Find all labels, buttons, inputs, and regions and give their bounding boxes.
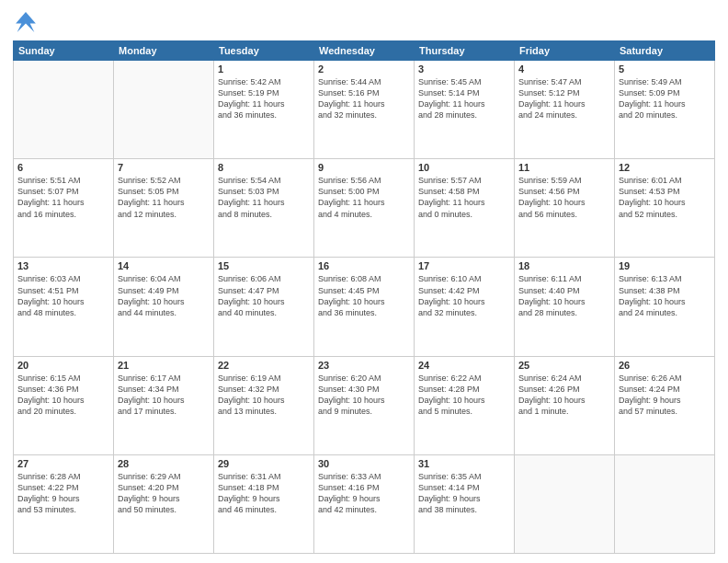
day-number: 16	[318, 260, 410, 271]
calendar-cell: 23Sunrise: 6:20 AM Sunset: 4:30 PM Dayli…	[314, 356, 415, 454]
calendar-weekday-sunday: Sunday	[14, 41, 114, 61]
calendar-cell: 7Sunrise: 5:52 AM Sunset: 5:05 PM Daylig…	[114, 159, 214, 258]
calendar-cell	[14, 61, 114, 159]
calendar-weekday-friday: Friday	[515, 41, 615, 61]
day-number: 31	[418, 458, 510, 469]
calendar-cell: 12Sunrise: 6:01 AM Sunset: 4:53 PM Dayli…	[615, 159, 715, 258]
calendar-week-1: 1Sunrise: 5:42 AM Sunset: 5:19 PM Daylig…	[14, 61, 715, 159]
day-info: Sunrise: 5:57 AM Sunset: 4:58 PM Dayligh…	[418, 175, 510, 220]
day-number: 26	[619, 360, 711, 371]
day-number: 15	[218, 260, 310, 271]
day-info: Sunrise: 6:13 AM Sunset: 4:38 PM Dayligh…	[619, 273, 711, 318]
day-info: Sunrise: 6:28 AM Sunset: 4:22 PM Dayligh…	[17, 471, 109, 516]
calendar-cell: 29Sunrise: 6:31 AM Sunset: 4:18 PM Dayli…	[214, 454, 314, 553]
day-number: 18	[518, 260, 610, 271]
day-info: Sunrise: 5:51 AM Sunset: 5:07 PM Dayligh…	[17, 175, 109, 220]
day-info: Sunrise: 5:44 AM Sunset: 5:16 PM Dayligh…	[318, 76, 410, 121]
calendar-cell: 21Sunrise: 6:17 AM Sunset: 4:34 PM Dayli…	[114, 356, 214, 454]
calendar-cell: 19Sunrise: 6:13 AM Sunset: 4:38 PM Dayli…	[615, 258, 715, 356]
day-info: Sunrise: 5:42 AM Sunset: 5:19 PM Dayligh…	[218, 76, 310, 121]
day-info: Sunrise: 6:11 AM Sunset: 4:40 PM Dayligh…	[518, 273, 610, 318]
day-info: Sunrise: 5:45 AM Sunset: 5:14 PM Dayligh…	[418, 76, 510, 121]
calendar-cell: 14Sunrise: 6:04 AM Sunset: 4:49 PM Dayli…	[114, 258, 214, 356]
calendar-cell: 27Sunrise: 6:28 AM Sunset: 4:22 PM Dayli…	[14, 454, 114, 553]
calendar-cell: 20Sunrise: 6:15 AM Sunset: 4:36 PM Dayli…	[14, 356, 114, 454]
day-number: 22	[218, 360, 310, 371]
svg-marker-0	[16, 12, 36, 32]
day-info: Sunrise: 6:26 AM Sunset: 4:24 PM Dayligh…	[619, 373, 711, 418]
day-number: 1	[218, 63, 310, 75]
day-info: Sunrise: 5:49 AM Sunset: 5:09 PM Dayligh…	[619, 76, 711, 121]
day-info: Sunrise: 6:17 AM Sunset: 4:34 PM Dayligh…	[118, 373, 210, 418]
day-info: Sunrise: 6:19 AM Sunset: 4:32 PM Dayligh…	[218, 373, 310, 418]
calendar-weekday-tuesday: Tuesday	[214, 41, 314, 61]
day-number: 30	[318, 458, 410, 469]
calendar-cell: 6Sunrise: 5:51 AM Sunset: 5:07 PM Daylig…	[14, 159, 114, 258]
day-info: Sunrise: 5:52 AM Sunset: 5:05 PM Dayligh…	[118, 175, 210, 220]
day-info: Sunrise: 6:15 AM Sunset: 4:36 PM Dayligh…	[17, 373, 109, 418]
day-number: 29	[218, 458, 310, 469]
calendar-weekday-saturday: Saturday	[615, 41, 715, 61]
day-info: Sunrise: 5:56 AM Sunset: 5:00 PM Dayligh…	[318, 175, 410, 220]
day-number: 7	[118, 162, 210, 173]
calendar-cell: 31Sunrise: 6:35 AM Sunset: 4:14 PM Dayli…	[415, 454, 515, 553]
day-info: Sunrise: 6:22 AM Sunset: 4:28 PM Dayligh…	[418, 373, 510, 418]
day-number: 17	[418, 260, 510, 271]
day-info: Sunrise: 5:47 AM Sunset: 5:12 PM Dayligh…	[518, 76, 610, 121]
calendar-cell: 3Sunrise: 5:45 AM Sunset: 5:14 PM Daylig…	[415, 61, 515, 159]
calendar-cell: 13Sunrise: 6:03 AM Sunset: 4:51 PM Dayli…	[14, 258, 114, 356]
day-number: 19	[619, 260, 711, 271]
calendar-cell: 10Sunrise: 5:57 AM Sunset: 4:58 PM Dayli…	[415, 159, 515, 258]
header	[13, 9, 715, 35]
day-info: Sunrise: 5:59 AM Sunset: 4:56 PM Dayligh…	[518, 175, 610, 220]
calendar-cell	[114, 61, 214, 159]
calendar-cell	[615, 454, 715, 553]
calendar-cell: 11Sunrise: 5:59 AM Sunset: 4:56 PM Dayli…	[515, 159, 615, 258]
day-number: 21	[118, 360, 210, 371]
calendar-table: SundayMondayTuesdayWednesdayThursdayFrid…	[13, 40, 715, 554]
calendar-cell: 22Sunrise: 6:19 AM Sunset: 4:32 PM Dayli…	[214, 356, 314, 454]
day-info: Sunrise: 6:29 AM Sunset: 4:20 PM Dayligh…	[118, 471, 210, 516]
calendar-cell: 15Sunrise: 6:06 AM Sunset: 4:47 PM Dayli…	[214, 258, 314, 356]
day-number: 23	[318, 360, 410, 371]
day-number: 9	[318, 162, 410, 173]
calendar-cell: 1Sunrise: 5:42 AM Sunset: 5:19 PM Daylig…	[214, 61, 314, 159]
day-number: 24	[418, 360, 510, 371]
day-info: Sunrise: 6:20 AM Sunset: 4:30 PM Dayligh…	[318, 373, 410, 418]
calendar-cell: 2Sunrise: 5:44 AM Sunset: 5:16 PM Daylig…	[314, 61, 415, 159]
day-info: Sunrise: 6:24 AM Sunset: 4:26 PM Dayligh…	[518, 373, 610, 418]
day-number: 28	[118, 458, 210, 469]
day-number: 13	[17, 260, 109, 271]
day-info: Sunrise: 6:33 AM Sunset: 4:16 PM Dayligh…	[318, 471, 410, 516]
calendar-week-2: 6Sunrise: 5:51 AM Sunset: 5:07 PM Daylig…	[14, 159, 715, 258]
calendar-week-5: 27Sunrise: 6:28 AM Sunset: 4:22 PM Dayli…	[14, 454, 715, 553]
calendar-cell: 18Sunrise: 6:11 AM Sunset: 4:40 PM Dayli…	[515, 258, 615, 356]
day-info: Sunrise: 6:35 AM Sunset: 4:14 PM Dayligh…	[418, 471, 510, 516]
day-number: 14	[118, 260, 210, 271]
page: SundayMondayTuesdayWednesdayThursdayFrid…	[0, 0, 728, 563]
day-number: 11	[518, 162, 610, 173]
calendar-weekday-wednesday: Wednesday	[314, 41, 415, 61]
day-number: 2	[318, 63, 410, 75]
calendar-weekday-thursday: Thursday	[415, 41, 515, 61]
day-number: 5	[619, 63, 711, 75]
calendar-cell: 25Sunrise: 6:24 AM Sunset: 4:26 PM Dayli…	[515, 356, 615, 454]
calendar-cell: 4Sunrise: 5:47 AM Sunset: 5:12 PM Daylig…	[515, 61, 615, 159]
day-info: Sunrise: 6:10 AM Sunset: 4:42 PM Dayligh…	[418, 273, 510, 318]
calendar-cell: 26Sunrise: 6:26 AM Sunset: 4:24 PM Dayli…	[615, 356, 715, 454]
day-number: 20	[17, 360, 109, 371]
day-number: 6	[17, 162, 109, 173]
day-number: 27	[17, 458, 109, 469]
calendar-week-4: 20Sunrise: 6:15 AM Sunset: 4:36 PM Dayli…	[14, 356, 715, 454]
calendar-cell: 9Sunrise: 5:56 AM Sunset: 5:00 PM Daylig…	[314, 159, 415, 258]
calendar-cell: 30Sunrise: 6:33 AM Sunset: 4:16 PM Dayli…	[314, 454, 415, 553]
calendar-cell: 16Sunrise: 6:08 AM Sunset: 4:45 PM Dayli…	[314, 258, 415, 356]
calendar-weekday-monday: Monday	[114, 41, 214, 61]
day-number: 12	[619, 162, 711, 173]
day-info: Sunrise: 6:08 AM Sunset: 4:45 PM Dayligh…	[318, 273, 410, 318]
logo	[13, 9, 42, 35]
calendar-header-row: SundayMondayTuesdayWednesdayThursdayFrid…	[14, 41, 715, 61]
calendar-cell: 24Sunrise: 6:22 AM Sunset: 4:28 PM Dayli…	[415, 356, 515, 454]
calendar-cell: 5Sunrise: 5:49 AM Sunset: 5:09 PM Daylig…	[615, 61, 715, 159]
day-number: 4	[518, 63, 610, 75]
